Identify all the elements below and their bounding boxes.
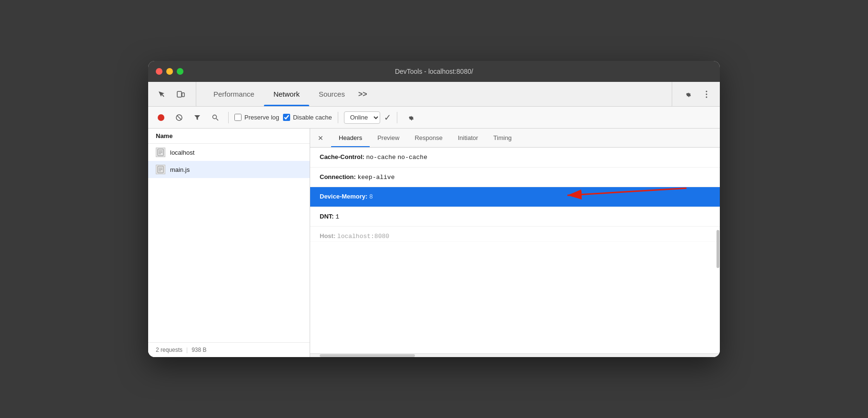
toolbar-divider-3 bbox=[397, 112, 397, 123]
titlebar: DevTools - localhost:8080/ bbox=[148, 61, 720, 82]
header-row-dnt[interactable]: DNT: 1 bbox=[310, 207, 720, 227]
h-scrollbar-thumb bbox=[320, 354, 415, 357]
preserve-log-checkbox[interactable] bbox=[234, 114, 242, 121]
header-row-host[interactable]: Host: localhost:8080 bbox=[310, 227, 720, 242]
svg-line-10 bbox=[216, 119, 218, 120]
header-value-dnt: 1 bbox=[335, 213, 339, 220]
throttle-icon[interactable]: ✓ bbox=[384, 112, 391, 123]
headers-content: Cache-Control: no-cache no-cache Connect… bbox=[310, 148, 720, 353]
tab-response[interactable]: Response bbox=[407, 129, 450, 147]
window-title: DevTools - localhost:8080/ bbox=[395, 68, 473, 75]
search-button[interactable] bbox=[208, 110, 222, 125]
tab-sources[interactable]: Sources bbox=[309, 82, 354, 106]
file-item-mainjs[interactable]: main.js bbox=[148, 161, 310, 178]
transfer-size: 938 B bbox=[192, 347, 206, 353]
record-button[interactable] bbox=[154, 110, 168, 125]
header-row-connection[interactable]: Connection: keep-alive bbox=[310, 168, 720, 188]
filter-button[interactable] bbox=[190, 110, 204, 125]
requests-count: 2 requests bbox=[156, 347, 182, 353]
minimize-button[interactable] bbox=[166, 68, 173, 75]
tab-timing[interactable]: Timing bbox=[486, 129, 520, 147]
svg-rect-1 bbox=[177, 91, 182, 97]
svg-point-6 bbox=[158, 114, 164, 121]
more-tabs-button[interactable]: >> bbox=[354, 82, 371, 106]
scrollbar-track bbox=[716, 148, 720, 353]
file-icon-localhost bbox=[156, 148, 165, 157]
device-mode-button[interactable] bbox=[173, 87, 188, 102]
header-key-cache-control: Cache-Control: bbox=[320, 153, 364, 160]
svg-point-9 bbox=[213, 115, 217, 119]
close-button[interactable] bbox=[156, 68, 162, 75]
nav-right bbox=[672, 82, 714, 106]
horizontal-scrollbar[interactable] bbox=[310, 353, 720, 357]
maximize-button[interactable] bbox=[177, 68, 183, 75]
tab-headers[interactable]: Headers bbox=[331, 129, 370, 147]
svg-line-20 bbox=[567, 189, 686, 196]
header-val-cache-control: no-cache bbox=[398, 154, 427, 161]
inspect-button[interactable] bbox=[154, 87, 169, 102]
header-value-host: localhost:8080 bbox=[337, 233, 389, 240]
scrollbar-thumb[interactable] bbox=[717, 230, 719, 268]
file-icon-mainjs bbox=[156, 165, 165, 174]
tab-network[interactable]: Network bbox=[264, 82, 309, 106]
preserve-log-label[interactable]: Preserve log bbox=[234, 114, 279, 121]
nav-icons bbox=[154, 82, 196, 106]
file-panel-header: Name bbox=[148, 129, 310, 144]
more-options-button[interactable] bbox=[699, 87, 714, 102]
detail-panel: ✕ Headers Preview Response Initiator Tim… bbox=[310, 129, 720, 357]
devtools-window: DevTools - localhost:8080/ Performanc bbox=[148, 61, 720, 357]
network-conditions-button[interactable] bbox=[403, 110, 417, 125]
file-item-localhost[interactable]: localhost bbox=[148, 144, 310, 161]
tab-performance[interactable]: Performance bbox=[204, 82, 264, 106]
file-panel: Name localhost bbox=[148, 129, 310, 357]
clear-button[interactable] bbox=[172, 110, 186, 125]
tab-initiator[interactable]: Initiator bbox=[450, 129, 486, 147]
settings-button[interactable] bbox=[680, 87, 695, 102]
nav-tabs: Performance Network Sources >> bbox=[204, 82, 672, 106]
svg-rect-2 bbox=[182, 93, 184, 97]
header-key-device-memory: Device-Memory: bbox=[320, 193, 369, 200]
header-value-device-memory: 8 bbox=[369, 193, 373, 200]
tab-preview[interactable]: Preview bbox=[370, 129, 407, 147]
nav-bar: Performance Network Sources >> bbox=[148, 82, 720, 107]
svg-line-8 bbox=[177, 116, 181, 119]
header-row-content: Device-Memory: 8 bbox=[320, 192, 373, 202]
svg-point-3 bbox=[706, 90, 707, 92]
window-controls bbox=[156, 68, 183, 75]
disable-cache-label[interactable]: Disable cache bbox=[283, 114, 332, 121]
annotation-arrow bbox=[548, 184, 691, 210]
header-key-connection: Connection: bbox=[320, 173, 357, 180]
header-key-dnt: DNT: bbox=[320, 213, 335, 220]
header-value-cache-control: no-cache bbox=[366, 154, 396, 161]
detail-tabs-bar: ✕ Headers Preview Response Initiator Tim… bbox=[310, 129, 720, 148]
file-list: localhost main.js bbox=[148, 144, 310, 342]
throttle-select[interactable]: Online bbox=[344, 111, 380, 124]
svg-point-5 bbox=[706, 96, 707, 98]
header-key-host: Host: bbox=[320, 232, 337, 239]
svg-point-4 bbox=[706, 93, 707, 95]
file-panel-footer: 2 requests | 938 B bbox=[148, 342, 310, 357]
headers-list: Cache-Control: no-cache no-cache Connect… bbox=[310, 148, 720, 242]
network-toolbar: Preserve log Disable cache Online ✓ bbox=[148, 107, 720, 129]
main-content: Name localhost bbox=[148, 129, 720, 357]
header-value-connection: keep-alive bbox=[357, 174, 394, 181]
toolbar-divider-1 bbox=[228, 112, 229, 123]
header-row-cache-control[interactable]: Cache-Control: no-cache no-cache bbox=[310, 148, 720, 168]
disable-cache-checkbox[interactable] bbox=[283, 114, 290, 121]
toolbar-divider-2 bbox=[338, 112, 338, 123]
header-row-device-memory[interactable]: Device-Memory: 8 bbox=[310, 187, 720, 207]
detail-close-button[interactable]: ✕ bbox=[314, 131, 327, 145]
svg-line-0 bbox=[162, 94, 164, 97]
